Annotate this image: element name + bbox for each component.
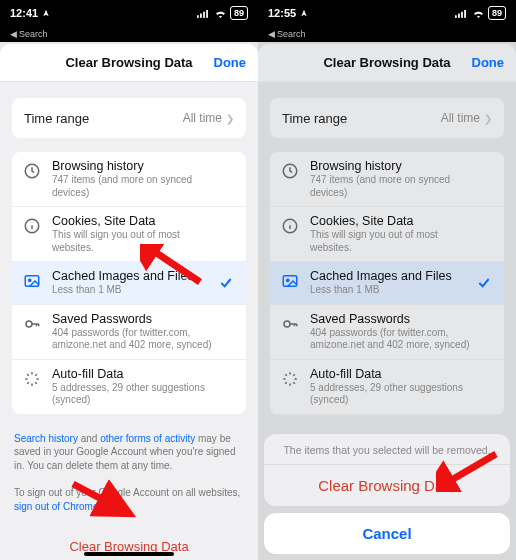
svg-rect-10 — [458, 13, 460, 17]
page-title: Clear Browsing Data — [323, 55, 450, 70]
action-sheet-cancel-button[interactable]: Cancel — [264, 513, 510, 554]
row-cached-images[interactable]: Cached Images and Files Less than 1 MB — [270, 262, 504, 305]
signal-icon — [197, 9, 211, 18]
row-subtitle: 747 items (and more on synced devices) — [310, 174, 476, 199]
home-indicator[interactable] — [84, 552, 174, 556]
info-icon — [280, 216, 300, 236]
time-range-value: All time — [441, 111, 480, 125]
time-range-row[interactable]: Time range All time ❯ — [270, 98, 504, 138]
row-title: Cached Images and Files — [52, 269, 218, 284]
time-range-label: Time range — [24, 111, 89, 126]
time-range-value: All time — [183, 111, 222, 125]
svg-rect-1 — [200, 13, 202, 17]
row-subtitle: 747 items (and more on synced devices) — [52, 174, 218, 199]
row-title: Browsing history — [310, 159, 476, 174]
row-browsing-history[interactable]: Browsing history 747 items (and more on … — [12, 152, 246, 207]
data-type-list: Browsing history 747 items (and more on … — [12, 152, 246, 414]
time-range-row[interactable]: Time range All time ❯ — [12, 98, 246, 138]
row-subtitle: 404 passwords (for twitter.com, amizone.… — [52, 327, 218, 352]
row-title: Browsing history — [52, 159, 218, 174]
status-time: 12:41 — [10, 7, 38, 19]
breadcrumb-label: Search — [19, 29, 48, 39]
breadcrumb[interactable]: ◀ Search — [258, 26, 516, 42]
sheet: Clear Browsing Data Done Time range All … — [0, 44, 258, 560]
row-cookies[interactable]: Cookies, Site Data This will sign you ou… — [270, 207, 504, 262]
time-range-label: Time range — [282, 111, 347, 126]
row-title: Cookies, Site Data — [52, 214, 218, 229]
image-icon — [280, 271, 300, 291]
row-saved-passwords[interactable]: Saved Passwords 404 passwords (for twitt… — [270, 305, 504, 360]
row-subtitle: This will sign you out of most websites. — [52, 229, 218, 254]
battery-level: 89 — [488, 6, 506, 20]
row-title: Cookies, Site Data — [310, 214, 476, 229]
sheet-header: Clear Browsing Data Done — [0, 44, 258, 82]
svg-rect-2 — [203, 11, 205, 17]
row-subtitle: 404 passwords (for twitter.com, amizone.… — [310, 327, 476, 352]
phone-left: 12:41 89 ◀ Search Clear Browsing Dat — [0, 0, 258, 560]
action-sheet: The items that you selected will be remo… — [264, 434, 510, 554]
svg-rect-3 — [206, 10, 208, 18]
action-sheet-message: The items that you selected will be remo… — [264, 434, 510, 465]
chevron-left-icon: ◀ — [10, 29, 17, 39]
search-history-link[interactable]: Search history — [14, 433, 78, 444]
chevron-right-icon: ❯ — [484, 113, 492, 124]
done-button[interactable]: Done — [214, 55, 247, 70]
row-subtitle: This will sign you out of most websites. — [310, 229, 476, 254]
row-title: Cached Images and Files — [310, 269, 476, 284]
row-browsing-history[interactable]: Browsing history 747 items (and more on … — [270, 152, 504, 207]
info-icon — [22, 216, 42, 236]
done-button[interactable]: Done — [472, 55, 505, 70]
row-title: Auto-fill Data — [310, 367, 476, 382]
row-autofill[interactable]: Auto-fill Data 5 addresses, 29 other sug… — [12, 360, 246, 414]
footer-note-1: Search history and other forms of activi… — [14, 432, 244, 473]
row-subtitle: Less than 1 MB — [310, 284, 476, 297]
row-title: Auto-fill Data — [52, 367, 218, 382]
row-subtitle: 5 addresses, 29 other suggestions (synce… — [310, 382, 476, 407]
location-icon — [300, 9, 308, 17]
image-icon — [22, 271, 42, 291]
row-title: Saved Passwords — [310, 312, 476, 327]
page-title: Clear Browsing Data — [65, 55, 192, 70]
row-saved-passwords[interactable]: Saved Passwords 404 passwords (for twitt… — [12, 305, 246, 360]
chevron-right-icon: ❯ — [226, 113, 234, 124]
checkmark-icon — [476, 275, 494, 291]
row-subtitle: Less than 1 MB — [52, 284, 218, 297]
sheet: Clear Browsing Data Done Time range All … — [258, 44, 516, 560]
sign-out-link[interactable]: sign out of Chrome — [14, 501, 99, 512]
battery-level: 89 — [230, 6, 248, 20]
status-bar: 12:41 89 — [0, 0, 258, 26]
svg-point-17 — [284, 321, 290, 327]
checkmark-icon — [218, 275, 236, 291]
data-type-list: Browsing history 747 items (and more on … — [270, 152, 504, 415]
action-sheet-clear-button[interactable]: Clear Browsing Data — [264, 465, 510, 506]
row-cached-images[interactable]: Cached Images and Files Less than 1 MB — [12, 262, 246, 305]
sheet-header: Clear Browsing Data Done — [258, 44, 516, 82]
location-icon — [42, 9, 50, 17]
svg-point-8 — [26, 321, 32, 327]
svg-rect-11 — [461, 11, 463, 17]
autofill-icon — [22, 369, 42, 389]
svg-rect-9 — [455, 15, 457, 18]
svg-rect-12 — [464, 10, 466, 18]
phone-right: 12:55 89 ◀ Search Clear Browsing Dat — [258, 0, 516, 560]
other-activity-link[interactable]: other forms of activity — [100, 433, 195, 444]
history-icon — [22, 161, 42, 181]
row-subtitle: 5 addresses, 29 other suggestions (synce… — [52, 382, 218, 407]
history-icon — [280, 161, 300, 181]
key-icon — [280, 314, 300, 334]
row-cookies[interactable]: Cookies, Site Data This will sign you ou… — [12, 207, 246, 262]
svg-point-7 — [29, 279, 31, 281]
svg-rect-0 — [197, 15, 199, 18]
autofill-icon — [280, 369, 300, 389]
footer-note-2: To sign out of your Google Account on al… — [14, 486, 244, 513]
key-icon — [22, 314, 42, 334]
svg-point-16 — [287, 279, 289, 281]
wifi-icon — [472, 9, 485, 18]
chevron-left-icon: ◀ — [268, 29, 275, 39]
status-bar: 12:55 89 — [258, 0, 516, 26]
wifi-icon — [214, 9, 227, 18]
row-title: Saved Passwords — [52, 312, 218, 327]
breadcrumb-label: Search — [277, 29, 306, 39]
row-autofill[interactable]: Auto-fill Data 5 addresses, 29 other sug… — [270, 360, 504, 415]
breadcrumb[interactable]: ◀ Search — [0, 26, 258, 42]
